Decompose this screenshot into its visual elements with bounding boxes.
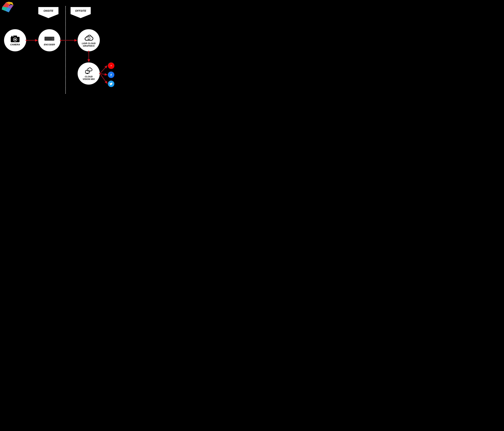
svg-line-28: [100, 66, 107, 73]
encoder-label: ENCODER: [44, 43, 55, 46]
camera-label: CAMERA: [10, 43, 20, 46]
svg-point-10: [14, 39, 16, 40]
youtube-icon: [108, 62, 114, 69]
twitter-icon: [108, 80, 114, 87]
svg-rect-15: [52, 37, 53, 40]
svg-rect-20: [87, 73, 88, 74]
svg-rect-8: [13, 35, 17, 37]
encoder-node: ENCODER: [38, 29, 61, 51]
svg-rect-13: [45, 37, 51, 40]
camera-node: CAMERA: [4, 29, 26, 51]
encoder-icon: [44, 35, 54, 43]
brand-logo: [1, 1, 15, 15]
cloud-vision-mix-icon: [84, 67, 94, 75]
svg-line-30: [100, 73, 107, 83]
svg-rect-14: [52, 37, 52, 40]
cloud-vision-mix-node: CLOUD VISION MIX: [78, 62, 100, 85]
lion-logo-icon: [1, 1, 15, 15]
facebook-icon: [108, 71, 114, 78]
svg-rect-17: [54, 37, 54, 40]
ligr-cloud-graphics-node: LIGR CLOUD GRAPHICS: [78, 29, 100, 51]
cloudvm-label: CLOUD VISION MIX: [83, 75, 95, 80]
cloud-sync-icon: [84, 34, 94, 42]
onsite-text: ONSITE: [44, 9, 53, 12]
onsite-section-label: ONSITE: [38, 7, 58, 14]
svg-line-29: [100, 73, 107, 75]
svg-point-6: [9, 5, 10, 6]
offsite-text: OFFSITE: [75, 9, 86, 12]
svg-rect-11: [11, 36, 13, 37]
camera-icon: [10, 35, 20, 43]
svg-rect-16: [53, 37, 53, 40]
onsite-offsite-divider: [65, 6, 66, 94]
ligr-label: LIGR CLOUD GRAPHICS: [82, 42, 96, 47]
offsite-section-label: OFFSITE: [71, 7, 91, 14]
